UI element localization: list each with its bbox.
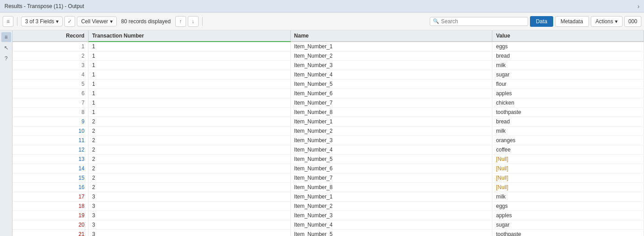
separator-2 <box>202 17 203 26</box>
cell-record: 19 <box>13 211 88 220</box>
fields-selector-button[interactable]: 3 of 3 Fields ▾ <box>21 17 63 26</box>
cell-name: Item_Number_7 <box>290 98 492 108</box>
cell-transaction: 2 <box>88 183 290 192</box>
cell-value: chicken <box>492 98 644 108</box>
cell-name: Item_Number_1 <box>290 192 492 202</box>
table-row: 31Item_Number_3milk <box>13 61 644 70</box>
cell-value: toothpaste <box>492 108 644 117</box>
cell-record: 11 <box>13 136 88 145</box>
cell-name: Item_Number_2 <box>290 51 492 61</box>
col-header-record: Record <box>13 30 88 42</box>
cell-record: 13 <box>13 155 88 164</box>
col-header-value: Value <box>492 30 644 42</box>
list-icon: ≡ <box>4 34 8 40</box>
title-bar-chevron: › <box>637 3 640 10</box>
cell-value: [Null] <box>492 183 644 192</box>
cell-transaction: 1 <box>88 51 290 61</box>
cell-transaction: 1 <box>88 98 290 108</box>
fields-dropdown-icon: ▾ <box>56 18 59 25</box>
cell-record: 6 <box>13 89 88 98</box>
cell-transaction: 1 <box>88 70 290 80</box>
cursor-icon: ↖ <box>4 45 8 51</box>
table-wrapper[interactable]: Record Transaction Number Name Value 11I… <box>13 30 644 236</box>
cell-transaction: 1 <box>88 61 290 70</box>
search-input[interactable] <box>441 18 525 25</box>
sidebar-cursor-icon[interactable]: ↖ <box>1 43 11 53</box>
table-row: 203Item_Number_4sugar <box>13 220 644 230</box>
cell-value: [Null] <box>492 155 644 164</box>
table-row: 92Item_Number_1bread <box>13 117 644 126</box>
sort-up-button[interactable]: ↑ <box>175 16 186 27</box>
cell-transaction: 3 <box>88 192 290 202</box>
table-row: 173Item_Number_1milk <box>13 192 644 202</box>
cell-transaction: 1 <box>88 80 290 89</box>
cell-transaction: 1 <box>88 42 290 51</box>
cell-record: 1 <box>13 42 88 51</box>
list-view-button[interactable]: ≡ <box>3 16 13 27</box>
cell-value: milk <box>492 192 644 202</box>
cell-transaction: 2 <box>88 117 290 126</box>
actions-dropdown-icon: ▾ <box>615 18 618 25</box>
cell-transaction: 3 <box>88 211 290 220</box>
toolbar: ≡ 3 of 3 Fields ▾ ✓ Cell Viewer ▾ 80 rec… <box>0 13 644 30</box>
cell-value: [Null] <box>492 164 644 173</box>
table-row: 51Item_Number_5flour <box>13 80 644 89</box>
sidebar-help-icon[interactable]: ? <box>1 54 11 63</box>
extra-button[interactable]: 000 <box>624 16 641 27</box>
cell-name: Item_Number_5 <box>290 230 492 236</box>
toolbar-right: 🔍 Data Metadata Actions ▾ 000 <box>430 16 641 27</box>
cell-transaction: 3 <box>88 230 290 236</box>
cell-transaction: 2 <box>88 173 290 183</box>
cell-record: 10 <box>13 126 88 136</box>
help-icon: ? <box>4 55 8 62</box>
cell-name: Item_Number_7 <box>290 173 492 183</box>
table-row: 71Item_Number_7chicken <box>13 98 644 108</box>
metadata-tab-label: Metadata <box>561 18 583 25</box>
sort-up-icon: ↑ <box>179 18 182 25</box>
table-row: 213Item_Number_5toothpaste <box>13 230 644 236</box>
cell-transaction: 3 <box>88 202 290 211</box>
cell-value: eggs <box>492 42 644 51</box>
actions-button[interactable]: Actions ▾ <box>591 16 623 27</box>
data-tab-button[interactable]: Data <box>530 16 553 27</box>
table-row: 81Item_Number_8toothpaste <box>13 108 644 117</box>
cell-value: sugar <box>492 70 644 80</box>
check-button[interactable]: ✓ <box>64 16 75 27</box>
cell-record: 15 <box>13 173 88 183</box>
table-row: 11Item_Number_1eggs <box>13 42 644 51</box>
cell-value: oranges <box>492 136 644 145</box>
table-row: 132Item_Number_5[Null] <box>13 155 644 164</box>
table-row: 162Item_Number_8[Null] <box>13 183 644 192</box>
cell-transaction: 2 <box>88 145 290 155</box>
metadata-tab-button[interactable]: Metadata <box>555 16 589 27</box>
cell-transaction: 1 <box>88 108 290 117</box>
cell-name: Item_Number_3 <box>290 61 492 70</box>
cell-record: 9 <box>13 117 88 126</box>
cell-value: eggs <box>492 202 644 211</box>
search-icon: 🔍 <box>433 18 439 24</box>
table-row: 193Item_Number_3apples <box>13 211 644 220</box>
cell-record: 4 <box>13 70 88 80</box>
cell-name: Item_Number_2 <box>290 126 492 136</box>
table-body: 11Item_Number_1eggs21Item_Number_2bread3… <box>13 42 644 236</box>
data-table: Record Transaction Number Name Value 11I… <box>13 30 644 236</box>
sort-down-button[interactable]: ↓ <box>188 16 199 27</box>
sidebar-list-icon[interactable]: ≡ <box>1 32 11 42</box>
table-row: 41Item_Number_4sugar <box>13 70 644 80</box>
col-header-transaction: Transaction Number <box>88 30 290 42</box>
records-label: 80 records displayed <box>119 18 174 25</box>
cell-name: Item_Number_3 <box>290 136 492 145</box>
table-row: 102Item_Number_2milk <box>13 126 644 136</box>
cell-value: bread <box>492 117 644 126</box>
cell-record: 18 <box>13 202 88 211</box>
search-box: 🔍 <box>430 17 528 26</box>
cell-transaction: 3 <box>88 220 290 230</box>
cell-viewer-button[interactable]: Cell Viewer ▾ <box>77 17 116 26</box>
table-row: 112Item_Number_3oranges <box>13 136 644 145</box>
table-row: 152Item_Number_7[Null] <box>13 173 644 183</box>
table-row: 142Item_Number_6[Null] <box>13 164 644 173</box>
cell-record: 8 <box>13 108 88 117</box>
cell-transaction: 2 <box>88 155 290 164</box>
actions-label: Actions <box>596 18 613 25</box>
cell-name: Item_Number_5 <box>290 155 492 164</box>
